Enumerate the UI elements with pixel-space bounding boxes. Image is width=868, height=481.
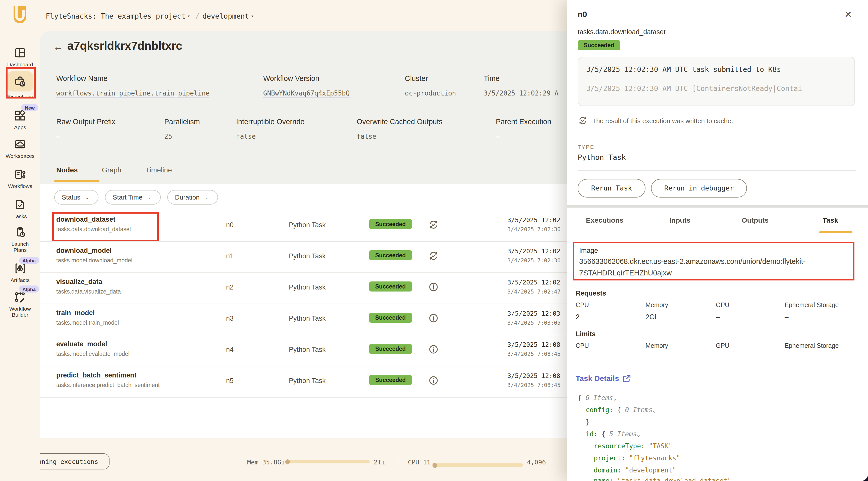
tab-inputs[interactable]: Inputs: [643, 216, 718, 224]
node-name[interactable]: evaluate_model: [56, 340, 130, 348]
breadcrumb-project[interactable]: FlyteSnacks: The examples project: [46, 12, 185, 20]
tab-graph[interactable]: Graph: [102, 166, 122, 174]
cache-icon[interactable]: [428, 219, 439, 230]
table-row-n2[interactable]: visualize_data tasks.data.visualize_data…: [40, 272, 567, 304]
json-name-line: name: "tasks.data.download_dataset": [594, 477, 732, 481]
drawer-subtitle: tasks.data.download_dataset: [578, 28, 665, 36]
filter-duration[interactable]: Duration⌄: [167, 190, 218, 205]
dashboard-icon: [0, 46, 40, 59]
json-config-line[interactable]: config: { 0 Items⌄: [586, 406, 656, 414]
sidebar-item-executions[interactable]: Executions: [0, 71, 40, 99]
tab-nodes[interactable]: Nodes: [56, 166, 78, 174]
table-filters: Status⌄ Start Time⌄ Duration⌄: [54, 190, 218, 205]
requests-headers: CPU Memory GPU Ephemeral Storage: [576, 302, 839, 309]
json-config-close: }: [586, 418, 590, 426]
tab-executions[interactable]: Executions: [567, 216, 643, 224]
cache-icon: [578, 116, 588, 126]
workflow-name-link[interactable]: workflows.train_pipeline.train_pipeline: [56, 89, 210, 98]
time-value: 3/5/2025 12:02:29 A: [484, 89, 567, 97]
table-row-n0[interactable]: download_dataset tasks.data.download_dat…: [40, 210, 567, 242]
sidebar-item-artifacts[interactable]: Alpha Artifacts: [0, 262, 40, 283]
limits-values: – – – –: [576, 353, 788, 361]
node-type: Python Task: [289, 346, 326, 353]
back-arrow-icon[interactable]: ←: [53, 41, 63, 53]
close-icon[interactable]: ✕: [844, 9, 852, 20]
req-ephemeral-storage: –: [785, 312, 788, 321]
meta-label: Parallelism: [164, 118, 200, 126]
limit-cpu: –: [576, 353, 646, 361]
node-name[interactable]: predict_batch_sentiment: [56, 371, 160, 379]
divider: [578, 170, 856, 171]
info-icon[interactable]: [428, 344, 439, 355]
meta-label: Workflow Name: [56, 74, 210, 83]
launch-plans-icon: [0, 226, 40, 239]
node-start-time-local: 3/4/2025 7:08:45: [507, 351, 567, 357]
info-icon[interactable]: [428, 375, 439, 386]
rerun-task-button[interactable]: Rerun Task: [578, 179, 646, 198]
log-preview-box[interactable]: 3/5/2025 12:02:30 AM UTC task submitted …: [578, 57, 855, 106]
info-icon[interactable]: [428, 312, 439, 324]
meta-label: Raw Output Prefix: [56, 118, 115, 126]
table-row-n3[interactable]: train_model tasks.model.train_model n3 P…: [40, 304, 567, 335]
project-caret-down-icon[interactable]: ▾: [187, 13, 190, 19]
node-start-time-local: 3/4/2025 7:02:30: [507, 226, 567, 233]
table-row-n1[interactable]: download_model tasks.model.download_mode…: [40, 241, 567, 273]
node-task-id: tasks.model.train_model: [56, 320, 119, 326]
filter-start-time[interactable]: Start Time⌄: [105, 190, 161, 205]
sidebar-item-workflows[interactable]: Workflows: [0, 168, 40, 189]
node-task-id: tasks.model.evaluate_model: [56, 351, 130, 357]
workflow-version-link[interactable]: GNBwYNdKvaq67q4xEp55bQ: [263, 89, 350, 98]
table-row-n5[interactable]: predict_batch_sentiment tasks.inference.…: [40, 366, 567, 397]
union-logo[interactable]: [12, 5, 28, 26]
node-name[interactable]: download_model: [56, 247, 132, 254]
sidebar-item-launch-plans[interactable]: Launch Plans: [0, 226, 40, 253]
filter-status[interactable]: Status⌄: [54, 190, 99, 205]
requests-heading: Requests: [576, 290, 606, 297]
execution-detail-panel: ← a7qksrldkrx7dnbltxrc Workflow Name wor…: [40, 31, 567, 438]
domain-caret-down-icon[interactable]: ▾: [251, 13, 254, 19]
table-row-n4[interactable]: evaluate_model tasks.model.evaluate_mode…: [40, 335, 567, 366]
res-header-memory: Memory: [646, 302, 716, 309]
meta-label: Time: [484, 74, 567, 83]
res-header-gpu: GPU: [716, 342, 785, 349]
cache-note-text: The result of this execution was written…: [592, 117, 733, 124]
page-title: a7qksrldkrx7dnbltxrc: [67, 39, 182, 53]
active-tab-underline: [54, 180, 99, 182]
workspaces-icon: [0, 138, 40, 151]
cache-icon[interactable]: [428, 250, 439, 261]
rerun-debugger-button[interactable]: Rerun in debugger: [651, 179, 747, 198]
breadcrumb-separator: /: [195, 12, 199, 20]
sidebar-item-tasks[interactable]: Tasks: [0, 198, 40, 219]
json-id-line[interactable]: id: { 5 Items⌄: [586, 430, 640, 438]
active-tab-underline: [819, 231, 852, 233]
meta-workflow-version: Workflow Version GNBwYNdKvaq67q4xEp55bQ: [263, 74, 350, 97]
meta-value: false: [356, 133, 442, 140]
sidebar: Dashboard Executions New: [0, 0, 40, 481]
sidebar-item-workspaces[interactable]: Workspaces: [0, 138, 40, 159]
node-id: n5: [226, 377, 234, 385]
sidebar-item-dashboard[interactable]: Dashboard: [0, 46, 40, 67]
sidebar-item-apps[interactable]: New Apps: [0, 109, 40, 130]
tab-outputs[interactable]: Outputs: [718, 216, 793, 224]
sidebar-item-workflow-builder[interactable]: Alpha Workflow Builder: [0, 291, 40, 318]
status-badge: Succeeded: [369, 281, 412, 292]
node-name[interactable]: visualize_data: [56, 278, 121, 285]
status-badge: Succeeded: [369, 375, 412, 385]
node-name[interactable]: train_model: [56, 309, 119, 317]
sidebar-label: Workflow: [0, 306, 40, 311]
tab-task[interactable]: Task: [793, 216, 868, 224]
res-header-gpu: GPU: [716, 302, 785, 309]
breadcrumb-domain[interactable]: development: [203, 12, 249, 20]
node-name[interactable]: download_dataset: [56, 216, 131, 223]
divider: [578, 132, 856, 132]
info-icon[interactable]: [428, 281, 439, 293]
task-details-link[interactable]: Task Details: [576, 374, 631, 383]
tab-timeline[interactable]: Timeline: [146, 166, 172, 174]
chevron-down-icon: ⌄: [148, 195, 151, 200]
chevron-down-icon: ⌄: [205, 195, 209, 200]
node-id: n1: [226, 252, 234, 260]
meta-cluster: Cluster oc-production: [405, 74, 456, 97]
cache-note: The result of this execution was written…: [578, 116, 733, 126]
json-root-line[interactable]: { 6 Items⌄: [578, 394, 616, 401]
status-badge: Succeeded: [369, 312, 412, 323]
